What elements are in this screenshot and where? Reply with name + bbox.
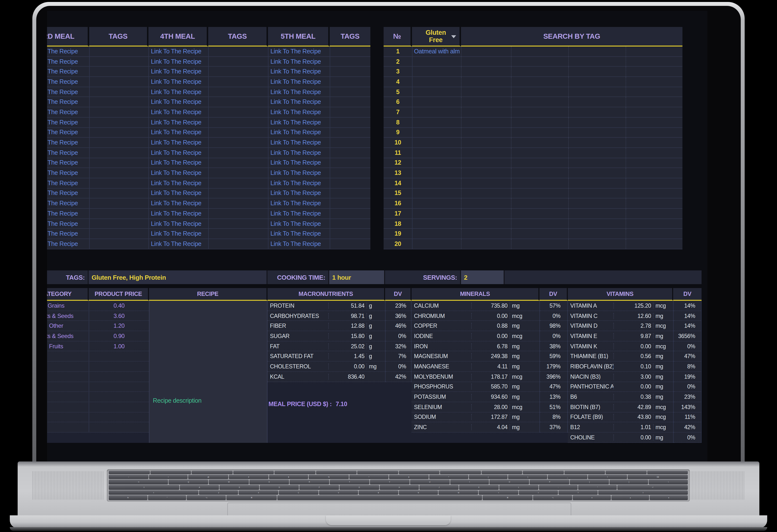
link-to-recipe[interactable]: Link To The Recipe — [268, 139, 321, 146]
meal-tag-cell[interactable] — [89, 229, 148, 238]
meal-tag-cell[interactable] — [330, 87, 370, 97]
meal-tag-cell[interactable] — [330, 168, 370, 178]
search-tag-cell[interactable]: Oatmeal with alm — [412, 46, 461, 56]
link-to-recipe[interactable]: Link To The Recipe — [268, 159, 321, 166]
search-tag-cell[interactable] — [461, 77, 511, 87]
link-to-recipe[interactable]: Link To The Recipe — [268, 99, 321, 106]
meal-tag-cell[interactable] — [89, 118, 148, 127]
link-to-recipe[interactable]: Link To The Recipe — [149, 180, 201, 187]
search-tag-cell[interactable] — [511, 229, 568, 238]
meal-tag-cell[interactable] — [330, 118, 370, 127]
search-tag-cell[interactable] — [511, 107, 568, 117]
search-tag-cell[interactable] — [511, 209, 568, 218]
meal-tag-cell[interactable] — [208, 239, 268, 248]
meal-tag-cell[interactable] — [89, 67, 148, 77]
keyboard-key[interactable]: X — [239, 490, 278, 495]
keyboard-key[interactable]: R — [290, 480, 329, 485]
link-to-recipe[interactable]: Link To The Recipe — [149, 88, 201, 95]
search-tag-cell[interactable] — [568, 67, 626, 77]
meal-tag-cell[interactable] — [330, 77, 370, 87]
search-tag-cell[interactable] — [626, 77, 682, 87]
keyboard-key[interactable]: ⌫ — [628, 475, 688, 480]
link-to-recipe[interactable]: Link To The Recipe — [149, 99, 201, 106]
keyboard-key[interactable]: * — [429, 475, 468, 480]
keyboard-key[interactable] — [316, 471, 357, 474]
search-tag-cell[interactable] — [412, 118, 461, 127]
link-to-recipe[interactable]: Link To The Recipe — [47, 149, 78, 156]
link-to-recipe[interactable]: Link To The Recipe — [268, 190, 321, 197]
meal-tag-cell[interactable] — [208, 67, 268, 77]
meal-tag-cell[interactable] — [89, 239, 148, 248]
search-tag-cell[interactable] — [461, 128, 511, 137]
cooking-time-field[interactable]: 1 hour — [329, 271, 385, 284]
search-tag-cell[interactable] — [412, 229, 461, 238]
meal-tag-cell[interactable] — [89, 87, 148, 97]
meal-tag-cell[interactable] — [330, 57, 370, 66]
search-tag-cell[interactable] — [412, 67, 461, 77]
link-to-recipe[interactable]: Link To The Recipe — [149, 58, 201, 65]
search-tag-cell[interactable] — [461, 46, 511, 56]
keyboard-key[interactable]: N — [399, 490, 438, 495]
search-tag-cell[interactable] — [412, 199, 461, 208]
keyboard-key[interactable]: \ — [649, 480, 688, 485]
meal-tag-cell[interactable] — [89, 57, 148, 66]
search-tag-cell[interactable] — [511, 199, 568, 208]
link-to-recipe[interactable]: Link To The Recipe — [268, 240, 321, 247]
search-tag-cell[interactable] — [412, 178, 461, 188]
meal-tag-cell[interactable] — [89, 107, 148, 117]
keyboard-key[interactable]: B — [359, 490, 398, 495]
search-tag-cell[interactable] — [461, 219, 511, 228]
keyboard-key[interactable]: ⌥ — [187, 496, 226, 500]
keyboard-key[interactable] — [564, 471, 605, 474]
meal-tag-cell[interactable] — [330, 97, 370, 107]
product-category-cell[interactable] — [47, 412, 89, 422]
link-to-recipe[interactable]: Link To The Recipe — [47, 180, 78, 187]
search-tag-cell[interactable] — [626, 148, 682, 157]
keyboard-key[interactable]: fn — [109, 496, 147, 500]
search-tag-cell[interactable] — [568, 128, 626, 137]
keyboard-key[interactable]: ] — [609, 480, 648, 485]
search-tag-cell[interactable] — [461, 178, 511, 188]
product-category-cell[interactable] — [47, 361, 89, 371]
search-tag-cell[interactable] — [511, 67, 568, 77]
search-tag-cell[interactable] — [568, 178, 626, 188]
search-tag-cell[interactable] — [626, 199, 682, 208]
trackpad[interactable] — [227, 503, 571, 517]
meal-tag-cell[interactable] — [330, 46, 370, 56]
meal-tag-cell[interactable] — [330, 128, 370, 137]
search-tag-cell[interactable] — [461, 57, 511, 66]
link-to-recipe[interactable]: Link To The Recipe — [268, 88, 321, 95]
search-tag-cell[interactable] — [511, 178, 568, 188]
tag-filter-dropdown[interactable]: Gluten Free — [412, 27, 461, 46]
search-tag-cell[interactable] — [626, 229, 682, 238]
product-price-cell[interactable]: 1.00 — [89, 341, 149, 351]
meal-tag-cell[interactable] — [208, 118, 268, 127]
meal-tag-cell[interactable] — [208, 199, 268, 208]
search-tag-cell[interactable] — [412, 148, 461, 157]
link-to-recipe[interactable]: Link To The Recipe — [268, 210, 321, 217]
search-tag-cell[interactable] — [568, 77, 626, 87]
keyboard-key[interactable]: C — [279, 490, 318, 495]
search-tag-cell[interactable] — [626, 188, 682, 198]
search-tag-cell[interactable] — [568, 87, 626, 97]
link-to-recipe[interactable]: Link To The Recipe — [149, 190, 201, 197]
search-tag-cell[interactable] — [626, 138, 682, 147]
meal-tag-cell[interactable] — [330, 158, 370, 168]
search-tag-cell[interactable] — [461, 148, 511, 157]
search-tag-cell[interactable] — [568, 148, 626, 157]
keyboard-key[interactable]: M — [439, 490, 478, 495]
search-tag-cell[interactable] — [568, 188, 626, 198]
link-to-recipe[interactable]: Link To The Recipe — [47, 68, 78, 75]
keyboard-key[interactable]: ⇧ — [598, 490, 688, 495]
meal-tag-cell[interactable] — [89, 199, 148, 208]
link-to-recipe[interactable]: Link To The Recipe — [47, 230, 78, 237]
search-tag-cell[interactable] — [412, 128, 461, 137]
search-tag-cell[interactable] — [568, 138, 626, 147]
search-tag-cell[interactable] — [568, 209, 626, 218]
keyboard-key[interactable]: " — [578, 485, 617, 490]
product-category-cell[interactable]: Other — [47, 321, 89, 331]
keyboard-key[interactable] — [109, 471, 150, 474]
keyboard-key[interactable]: ⇥ — [109, 480, 168, 485]
search-tag-cell[interactable] — [511, 87, 568, 97]
search-tag-cell[interactable] — [461, 239, 511, 248]
